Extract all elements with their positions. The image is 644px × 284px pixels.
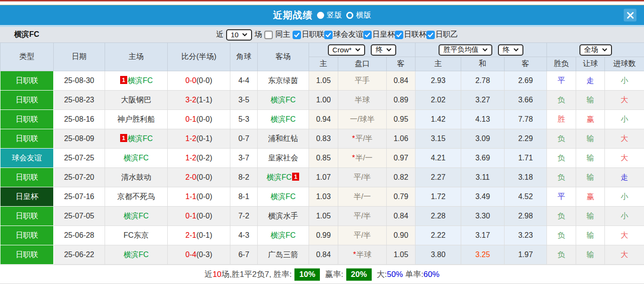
team-name: 京都不死鸟: [117, 192, 155, 200]
view-option-vertical[interactable]: 竖版: [317, 10, 342, 20]
odds-away: 0.79: [387, 187, 416, 207]
team-name: 横滨FC: [270, 192, 295, 200]
subheader-handicap: 盘口: [338, 57, 387, 71]
league-filter[interactable]: 日联杯: [395, 30, 426, 40]
league-checkbox[interactable]: [293, 31, 301, 39]
chevron-down-icon: [514, 48, 519, 51]
avg-time-select[interactable]: 终: [498, 44, 523, 56]
close-button[interactable]: [624, 9, 636, 22]
avg-draw: 3.17: [461, 226, 505, 245]
odds-handicap: *半/一: [338, 149, 387, 168]
view-option-horizontal-label[interactable]: 横版: [356, 10, 371, 20]
subheader-avg-home: 主: [416, 57, 461, 71]
chevron-down-icon: [386, 48, 391, 51]
avg-away: 3.66: [505, 91, 547, 110]
league-filter[interactable]: 日职联: [293, 30, 324, 40]
score-fulltime: 1-2: [186, 154, 196, 162]
team-name: 横滨FC: [270, 231, 295, 239]
team-name: 横滨FC: [14, 30, 39, 40]
league-filter[interactable]: 日皇杯: [363, 30, 395, 40]
league-label[interactable]: 日职联: [302, 30, 324, 40]
table-row: 日职联 25-06-28 FC东京 2-1(0-1) 4-3 横滨FC 0.99…: [0, 226, 644, 245]
recent-results-window: 近期战绩 竖版 横版 横滨FC 近 10 场 同主: [0, 0, 644, 284]
league-filter[interactable]: 球会友谊: [324, 30, 363, 40]
score-cell: 1-2(0-2): [168, 149, 230, 168]
score-fulltime: 1-2: [186, 134, 196, 142]
avg-home: 2.27: [416, 168, 461, 187]
home-team-cell: FC东京: [105, 226, 168, 245]
red-card-badge: 1: [120, 76, 127, 84]
away-team-cell: 东京绿茵: [258, 71, 309, 91]
avg-draw: 4.13: [461, 110, 505, 129]
league-checkbox[interactable]: [324, 31, 333, 39]
league-filter[interactable]: 日职乙: [426, 30, 458, 40]
footer-segment: 50%: [387, 270, 403, 279]
check-icon: [428, 33, 433, 37]
match-date: 25-08-23: [54, 91, 105, 110]
score-cell: 0-0(0-0): [168, 71, 230, 91]
league-label[interactable]: 日职乙: [435, 30, 458, 40]
results-table: 类型 日期 主场 比分(半场) 角球 客场 Crow* 终: [0, 42, 644, 265]
match-date: 25-08-09: [54, 129, 105, 149]
same-home-label[interactable]: 同主: [275, 30, 290, 40]
home-team-cell: 横滨FC: [105, 207, 168, 226]
match-type-cell: 日职联: [0, 71, 54, 91]
score-fulltime: 3-2: [186, 96, 196, 104]
near-label: 近: [216, 30, 224, 40]
same-home-checkbox[interactable]: [264, 31, 273, 39]
result-goals: 大: [605, 226, 644, 245]
odds-handicap: *半球: [338, 245, 387, 265]
avg-home: 3.80: [416, 245, 461, 265]
odds-away: 1.05: [387, 245, 416, 265]
odds-handicap: 平/半: [338, 207, 387, 226]
odds-away: 0.84: [387, 71, 416, 91]
filter-bar: 横滨FC 近 10 场 同主 日职联球会友谊日皇杯日联杯日职乙: [0, 27, 644, 42]
score-cell: 1-2(0-1): [168, 129, 230, 149]
result-goals: 小: [605, 71, 644, 91]
result-goals: 小: [605, 187, 644, 207]
league-checkbox[interactable]: [363, 31, 372, 39]
odds-away: 0.84: [387, 207, 416, 226]
team-name: 横滨FC: [270, 96, 295, 104]
scope-select[interactable]: 全场: [579, 44, 612, 56]
corner-score: 5-3: [230, 110, 258, 129]
score-cell: 0-4(0-3): [168, 245, 230, 265]
odds-away: 0.95: [387, 110, 416, 129]
score-halftime: (0-0): [196, 192, 212, 200]
league-checkbox[interactable]: [426, 31, 435, 39]
home-team-cell: 1横滨FC: [105, 129, 168, 149]
team-name: 横滨水手: [268, 212, 298, 220]
avg-home: 1.72: [416, 187, 461, 207]
odds-home: 1.05: [309, 71, 338, 91]
odds-home: 0.85: [309, 149, 338, 168]
close-icon: [627, 11, 634, 19]
radio-unselected-icon[interactable]: [346, 12, 353, 19]
result-wdl: 负: [547, 207, 576, 226]
handicap-star: *: [352, 134, 355, 142]
avg-type-select[interactable]: 胜平负均值: [439, 44, 492, 56]
home-team-cell: 大阪钢巴: [105, 91, 168, 110]
team-name: 广岛三箭: [268, 251, 298, 259]
team-name: 浦和红钻: [268, 134, 298, 142]
view-option-horizontal[interactable]: 横版: [346, 10, 371, 20]
avg-away: 3.18: [505, 168, 547, 187]
corner-score: 7-2: [230, 207, 258, 226]
odds-time-select[interactable]: 终: [371, 44, 396, 56]
radio-selected-icon[interactable]: [317, 12, 324, 19]
league-checkbox[interactable]: [395, 31, 403, 39]
result-goals: 大: [605, 91, 644, 110]
league-label[interactable]: 日皇杯: [372, 30, 395, 40]
home-team-cell: 神户胜利船: [105, 110, 168, 129]
column-header-corner: 角球: [230, 43, 258, 71]
league-label[interactable]: 日联杯: [404, 30, 426, 40]
view-option-vertical-label[interactable]: 竖版: [327, 10, 342, 20]
team-name: 横滨FC: [267, 173, 292, 181]
league-label[interactable]: 球会友谊: [333, 30, 363, 40]
company-select[interactable]: Crow*: [328, 44, 366, 56]
avg-draw: 3.09: [461, 129, 505, 149]
result-handicap: 输: [576, 129, 605, 149]
team-name: FC东京: [123, 231, 148, 239]
column-header-home: 主场: [105, 43, 168, 71]
match-count-select[interactable]: 10: [226, 29, 253, 41]
odds-home: 1.03: [309, 187, 338, 207]
